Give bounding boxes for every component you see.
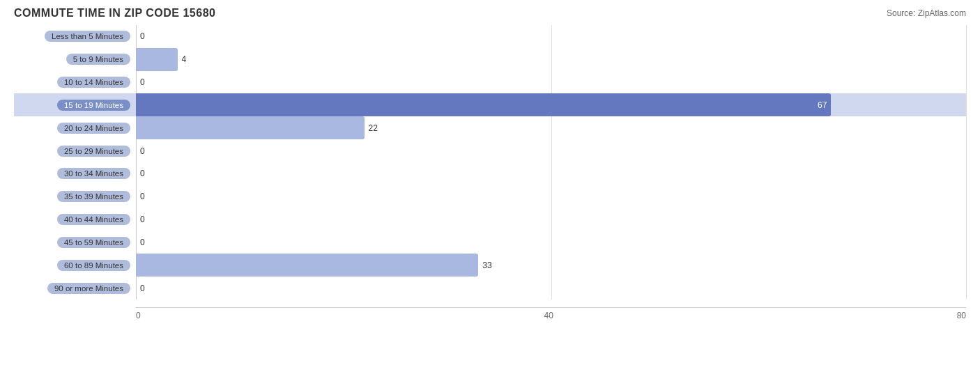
bar-value: 0 xyxy=(140,192,145,201)
bars-area: Less than 5 Minutes05 to 9 Minutes410 to… xyxy=(14,25,966,300)
bar-value: 4 xyxy=(182,54,187,64)
bar-fill xyxy=(136,116,365,139)
bar-label: 10 to 14 Minutes xyxy=(14,77,136,88)
bar-label-pill: 20 to 24 Minutes xyxy=(57,123,130,134)
bar-label-pill: 45 to 59 Minutes xyxy=(57,237,130,248)
bar-label-pill: 60 to 89 Minutes xyxy=(57,260,130,271)
bar-row: 35 to 39 Minutes0 xyxy=(14,185,966,208)
bar-label: 60 to 89 Minutes xyxy=(14,260,136,271)
x-axis: 04080 xyxy=(136,307,966,320)
bar-value: 0 xyxy=(140,215,145,224)
bar-track: 0 xyxy=(136,185,966,208)
chart-title: COMMUTE TIME IN ZIP CODE 15680 xyxy=(14,7,215,20)
bar-value: 67 xyxy=(818,100,831,110)
bar-label-pill: Less than 5 Minutes xyxy=(45,31,130,42)
x-tick: 40 xyxy=(544,311,553,320)
bar-row: 25 to 29 Minutes0 xyxy=(14,139,966,162)
bar-value: 0 xyxy=(140,31,145,41)
bar-row: 60 to 89 Minutes33 xyxy=(14,254,966,277)
bar-label: 45 to 59 Minutes xyxy=(14,237,136,248)
bar-label-pill: 90 or more Minutes xyxy=(47,283,130,294)
bar-label: 5 to 9 Minutes xyxy=(14,54,136,65)
bar-value: 22 xyxy=(369,123,378,133)
bar-track: 0 xyxy=(136,231,966,254)
bar-track: 67 xyxy=(136,93,966,116)
bar-value: 33 xyxy=(482,261,491,270)
x-tick: 80 xyxy=(957,311,966,320)
chart-source: Source: ZipAtlas.com xyxy=(887,8,966,18)
bar-label: 20 to 24 Minutes xyxy=(14,123,136,134)
bar-label-pill: 35 to 39 Minutes xyxy=(57,191,130,202)
bar-label: Less than 5 Minutes xyxy=(14,31,136,42)
chart-header: COMMUTE TIME IN ZIP CODE 15680 Source: Z… xyxy=(14,7,966,20)
bar-track: 0 xyxy=(136,208,966,231)
bar-track: 0 xyxy=(136,277,966,300)
bar-label: 35 to 39 Minutes xyxy=(14,191,136,202)
bar-label-pill: 30 to 34 Minutes xyxy=(57,168,130,179)
chart-body: Less than 5 Minutes05 to 9 Minutes410 to… xyxy=(14,25,966,320)
bar-row: Less than 5 Minutes0 xyxy=(14,25,966,48)
bar-row: 90 or more Minutes0 xyxy=(14,277,966,300)
bar-label: 30 to 34 Minutes xyxy=(14,168,136,179)
bar-label-pill: 5 to 9 Minutes xyxy=(66,54,130,65)
bar-row: 15 to 19 Minutes67 xyxy=(14,93,966,116)
bar-row: 45 to 59 Minutes0 xyxy=(14,231,966,254)
bar-label-pill: 40 to 44 Minutes xyxy=(57,214,130,225)
bar-fill: 67 xyxy=(136,93,831,116)
bar-row: 40 to 44 Minutes0 xyxy=(14,208,966,231)
bar-track: 4 xyxy=(136,48,966,71)
x-tick: 0 xyxy=(136,311,141,320)
bar-fill xyxy=(136,254,478,277)
bar-track: 0 xyxy=(136,25,966,48)
bar-row: 5 to 9 Minutes4 xyxy=(14,48,966,71)
chart-container: COMMUTE TIME IN ZIP CODE 15680 Source: Z… xyxy=(0,0,980,365)
bar-fill xyxy=(136,48,178,71)
bar-track: 0 xyxy=(136,71,966,94)
bar-track: 22 xyxy=(136,116,966,139)
bar-value: 0 xyxy=(140,238,145,247)
bar-value: 0 xyxy=(140,169,145,178)
bar-value: 0 xyxy=(140,77,145,87)
bar-label: 25 to 29 Minutes xyxy=(14,146,136,157)
bar-value: 0 xyxy=(140,146,145,156)
bar-label-pill: 10 to 14 Minutes xyxy=(57,77,130,88)
bar-track: 33 xyxy=(136,254,966,277)
grid-line xyxy=(966,25,967,300)
bar-label-pill: 25 to 29 Minutes xyxy=(57,146,130,157)
bar-row: 30 to 34 Minutes0 xyxy=(14,162,966,185)
bar-value: 0 xyxy=(140,284,145,293)
bar-row: 10 to 14 Minutes0 xyxy=(14,71,966,94)
bar-label: 90 or more Minutes xyxy=(14,283,136,294)
bar-track: 0 xyxy=(136,139,966,162)
bar-label-pill: 15 to 19 Minutes xyxy=(57,100,130,111)
bar-row: 20 to 24 Minutes22 xyxy=(14,116,966,139)
bar-track: 0 xyxy=(136,162,966,185)
bar-label: 15 to 19 Minutes xyxy=(14,100,136,111)
bar-label: 40 to 44 Minutes xyxy=(14,214,136,225)
